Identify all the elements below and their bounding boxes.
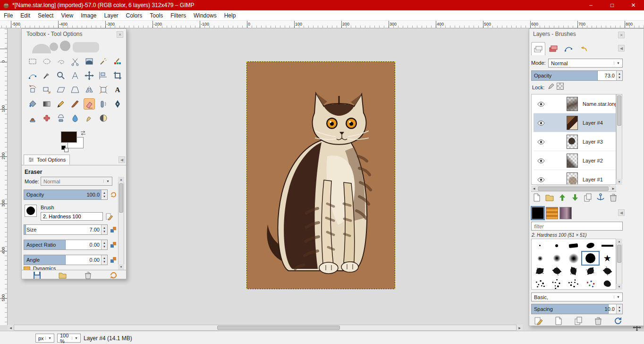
tab-tool-options[interactable]: Tool Options <box>24 155 70 165</box>
tool-paths[interactable] <box>27 70 38 81</box>
layer-list-scrollbar[interactable]: ▼ <box>616 94 622 185</box>
tool-scale[interactable] <box>41 84 52 95</box>
layer-mode-combo[interactable]: Normal ▼ <box>548 59 623 68</box>
toolbox-close-icon[interactable]: ✕ <box>117 31 123 38</box>
angle-spinner[interactable]: ▲▼ <box>101 255 107 265</box>
eraser-size-slider[interactable]: Size 7.00 ▲▼ <box>24 224 108 235</box>
brush-spacing-slider[interactable]: Spacing 10.0 ▲▼ <box>531 304 623 314</box>
delete-brush-button[interactable] <box>593 316 603 326</box>
brush-item-texture-1[interactable] <box>532 277 549 290</box>
tool-move[interactable] <box>84 70 95 81</box>
visibility-eye-icon[interactable] <box>537 177 545 182</box>
tool-shear[interactable] <box>55 84 67 95</box>
hscroll-left-arrow[interactable]: ◀ <box>8 325 14 330</box>
tool-fuzzy-select[interactable] <box>98 56 109 67</box>
brush-item-soft-large[interactable] <box>565 252 582 265</box>
brush-item-texture-3[interactable] <box>565 277 582 290</box>
tool-gradient[interactable] <box>41 98 52 110</box>
tool-airbrush[interactable] <box>98 98 109 110</box>
close-button[interactable]: ✕ <box>623 0 644 10</box>
dock-tab-menu-icon[interactable]: ◀ <box>618 45 625 52</box>
brush-item-splat-4[interactable] <box>582 265 599 277</box>
layer-opacity-slider[interactable]: Opacity 73.0 ▲▼ <box>531 70 623 81</box>
refresh-brushes-button[interactable] <box>613 316 623 326</box>
swap-colors-icon[interactable] <box>79 130 87 136</box>
brush-item-texture-5[interactable] <box>599 277 616 290</box>
tool-measure[interactable] <box>69 70 81 81</box>
reset-tool-options-button[interactable] <box>110 271 118 279</box>
new-layer-group-button[interactable] <box>545 193 554 202</box>
layer-row-layer4[interactable]: Layer #4 <box>534 113 616 132</box>
minimize-button[interactable]: – <box>580 0 602 10</box>
brush-item-blob[interactable] <box>582 239 599 252</box>
lower-layer-button[interactable] <box>570 193 580 202</box>
aspect-ratio-reset-icon[interactable] <box>110 241 117 249</box>
brush-item-dash[interactable] <box>599 239 616 252</box>
tool-clone[interactable] <box>27 112 38 124</box>
pattern-preview-swatch[interactable] <box>546 207 558 219</box>
menu-tools[interactable]: Tools <box>146 10 167 20</box>
tool-ink[interactable] <box>112 98 123 110</box>
menu-view[interactable]: View <box>57 10 77 20</box>
raise-layer-button[interactable] <box>558 193 567 202</box>
visibility-eye-icon[interactable] <box>537 139 545 145</box>
tool-color-picker[interactable] <box>41 70 52 81</box>
foreground-color-swatch[interactable] <box>61 131 77 143</box>
brush-item-hardness-100[interactable] <box>582 252 599 265</box>
tool-eraser[interactable] <box>84 98 95 110</box>
menu-image[interactable]: Image <box>77 10 100 20</box>
brush-grid-scrollbar[interactable]: ▲ ▼ <box>616 239 622 290</box>
zoom-combo[interactable]: 100 % ▼ <box>57 334 81 343</box>
angle-reset-icon[interactable] <box>110 256 117 264</box>
tool-rotate[interactable] <box>27 84 38 95</box>
brush-item-splat-1[interactable] <box>532 265 549 277</box>
brush-thumbnail[interactable] <box>25 205 37 217</box>
layer-list-hscrollbar[interactable]: ◀ ▶ <box>531 186 616 192</box>
tool-crop[interactable] <box>112 70 123 81</box>
tool-paintbrush[interactable] <box>69 98 81 110</box>
brush-item-star[interactable]: ★ <box>599 252 616 265</box>
titlebar[interactable]: *[Name.star.long] (imported)-57.0 (RGB c… <box>0 0 644 10</box>
spacing-spinner[interactable]: ▲▼ <box>616 304 622 314</box>
size-spinner[interactable]: ▲▼ <box>101 225 107 234</box>
brush-name-input[interactable] <box>41 212 103 221</box>
tool-free-select[interactable] <box>55 56 67 67</box>
save-tool-preset-button[interactable] <box>33 271 41 279</box>
eraser-mode-combo[interactable]: Normal ▼ <box>41 177 112 186</box>
lock-alpha-icon[interactable] <box>557 83 564 90</box>
menu-file[interactable]: File <box>0 10 17 20</box>
brush-tag-combo[interactable]: Basic, ▼ <box>531 292 623 301</box>
menu-layer[interactable]: Layer <box>101 10 122 20</box>
brush-item-texture-4[interactable] <box>582 277 599 290</box>
tool-zoom[interactable] <box>55 70 67 81</box>
tool-unified-transform[interactable] <box>98 84 109 95</box>
tool-rectangle-select[interactable] <box>27 56 38 67</box>
dock-close-icon[interactable]: ✕ <box>618 32 625 38</box>
brush-item-soft-small[interactable] <box>532 252 549 265</box>
tab-channels[interactable] <box>546 42 560 55</box>
duplicate-layer-button[interactable] <box>583 193 593 202</box>
tab-paths[interactable] <box>561 42 576 55</box>
delete-tool-preset-button[interactable] <box>84 271 92 279</box>
brushes-tab-menu-icon[interactable]: ◀ <box>618 209 625 216</box>
menu-colors[interactable]: Colors <box>122 10 146 20</box>
tool-select-by-color[interactable] <box>112 56 123 67</box>
toolbox-collapse-icon[interactable]: ◀ <box>119 156 125 163</box>
maximize-button[interactable]: □ <box>602 0 623 10</box>
edit-brush-icon[interactable] <box>105 213 113 220</box>
gradient-preview-swatch[interactable] <box>559 207 572 219</box>
tool-blur-sharpen[interactable] <box>69 112 81 124</box>
menu-filters[interactable]: Filters <box>167 10 190 20</box>
tool-text[interactable]: A <box>112 84 123 95</box>
tool-perspective[interactable] <box>69 84 81 95</box>
menu-edit[interactable]: Edit <box>17 10 34 20</box>
brush-item-dot[interactable] <box>549 239 566 252</box>
visibility-eye-icon[interactable] <box>537 102 545 107</box>
tool-align[interactable] <box>98 70 109 81</box>
lock-pixels-icon[interactable] <box>547 83 555 90</box>
visibility-eye-icon[interactable] <box>537 158 545 163</box>
layer-thumbnail[interactable] <box>567 97 578 111</box>
tool-foreground-select[interactable] <box>84 56 95 67</box>
tool-heal[interactable] <box>41 112 52 124</box>
tool-pencil[interactable] <box>55 98 67 110</box>
